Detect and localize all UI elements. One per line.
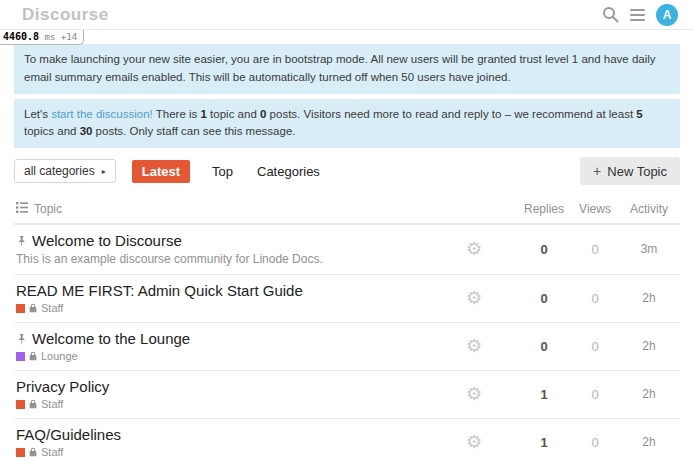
topic-cell: Welcome to the Lounge Lounge <box>14 330 432 362</box>
lock-icon <box>29 351 37 361</box>
topic-list-icon <box>16 202 28 216</box>
topic-row: Welcome to Discourse This is an example … <box>14 225 680 275</box>
activity-time: 2h <box>618 291 680 305</box>
replies-count: 0 <box>516 339 572 354</box>
topic-title[interactable]: Welcome to the Lounge <box>32 330 190 347</box>
category-color-swatch <box>16 400 25 409</box>
topic-cell: READ ME FIRST: Admin Quick Start Guide S… <box>14 282 432 314</box>
activity-time: 3m <box>618 242 680 256</box>
topic-row: Welcome to the Lounge Lounge ⚙ 0 0 2h <box>14 323 680 371</box>
topic-filter-bar: all categories ▸ Latest Top Categories +… <box>14 157 680 185</box>
topic-tabs: Latest Top Categories <box>132 160 322 183</box>
tab-categories[interactable]: Categories <box>255 160 322 183</box>
caret-right-icon: ▸ <box>102 167 106 176</box>
topbar-actions: A <box>602 4 678 26</box>
banner-text: topics and <box>24 125 80 137</box>
new-topic-button[interactable]: + New Topic <box>580 157 680 185</box>
start-discussion-link[interactable]: start the discussion! <box>51 108 153 120</box>
category-name: Lounge <box>41 350 78 362</box>
start-discussion-banner: Let's start the discussion! There is 1 t… <box>14 99 680 149</box>
topic-cell: FAQ/Guidelines Staff <box>14 426 432 458</box>
category-color-swatch <box>16 304 25 313</box>
column-header-replies[interactable]: Replies <box>516 202 572 216</box>
banner-text: posts. Only staff can see this message. <box>92 125 295 137</box>
poster-gear-icon[interactable]: ⚙ <box>432 383 516 405</box>
category-name: Staff <box>41 398 63 410</box>
recommended-posts: 30 <box>80 125 93 137</box>
category-dropdown[interactable]: all categories ▸ <box>14 159 116 183</box>
banner-text: posts. Visitors need more to read and re… <box>266 108 636 120</box>
hamburger-menu-icon[interactable] <box>630 9 645 21</box>
category-badge[interactable]: Lounge <box>16 350 432 362</box>
top-navigation-bar: Discourse A <box>0 0 694 30</box>
plus-icon: + <box>593 163 601 179</box>
poster-gear-icon[interactable]: ⚙ <box>432 431 516 453</box>
lock-icon <box>29 303 37 313</box>
topic-title[interactable]: Privacy Policy <box>16 378 109 395</box>
pushpin-icon[interactable] <box>16 235 27 247</box>
activity-time: 2h <box>618 339 680 353</box>
poster-gear-icon[interactable]: ⚙ <box>432 335 516 357</box>
search-icon[interactable] <box>602 6 619 23</box>
profiler-timing-badge[interactable]: 4460.8 ms +14 <box>0 30 84 45</box>
activity-time: 2h <box>618 435 680 449</box>
topic-cell: Welcome to Discourse This is an example … <box>14 232 432 266</box>
topic-row: READ ME FIRST: Admin Quick Start Guide S… <box>14 275 680 323</box>
banner-text: There is <box>153 108 201 120</box>
topic-title[interactable]: FAQ/Guidelines <box>16 426 121 443</box>
bootstrap-mode-text: To make launching your new site easier, … <box>24 53 656 83</box>
topic-row: Privacy Policy Staff ⚙ 1 0 2h <box>14 371 680 419</box>
profiler-unit: ms <box>45 32 56 42</box>
topic-title[interactable]: READ ME FIRST: Admin Quick Start Guide <box>16 282 303 299</box>
replies-count: 1 <box>516 435 572 450</box>
recommended-topics: 5 <box>636 108 642 120</box>
banner-text: topic and <box>207 108 260 120</box>
new-topic-label: New Topic <box>607 164 667 179</box>
tab-latest[interactable]: Latest <box>132 160 190 183</box>
tab-top[interactable]: Top <box>210 160 235 183</box>
category-badge[interactable]: Staff <box>16 398 432 410</box>
replies-count: 0 <box>516 242 572 257</box>
user-avatar[interactable]: A <box>656 4 678 26</box>
views-count: 0 <box>572 242 618 257</box>
column-header-activity[interactable]: Activity <box>618 202 680 216</box>
category-name: Staff <box>41 446 63 458</box>
replies-count: 1 <box>516 387 572 402</box>
main-content: To make launching your new site easier, … <box>14 44 680 460</box>
discourse-logo[interactable]: Discourse <box>22 5 109 25</box>
category-color-swatch <box>16 448 25 457</box>
bootstrap-mode-banner: To make launching your new site easier, … <box>14 44 680 94</box>
poster-gear-icon[interactable]: ⚙ <box>432 238 516 260</box>
views-count: 0 <box>572 387 618 402</box>
topic-list: Welcome to Discourse This is an example … <box>14 225 680 460</box>
lock-icon <box>29 399 37 409</box>
category-color-swatch <box>16 352 25 361</box>
poster-gear-icon[interactable]: ⚙ <box>432 287 516 309</box>
banner-text: Let's <box>24 108 51 120</box>
views-count: 0 <box>572 435 618 450</box>
activity-time: 2h <box>618 387 680 401</box>
topic-title[interactable]: Welcome to Discourse <box>32 232 182 249</box>
column-header-views[interactable]: Views <box>572 202 618 216</box>
column-header-topic[interactable]: Topic <box>34 202 62 216</box>
category-dropdown-label: all categories <box>24 164 95 178</box>
profiler-count: +14 <box>61 32 77 42</box>
topic-cell: Privacy Policy Staff <box>14 378 432 410</box>
replies-count: 0 <box>516 291 572 306</box>
lock-icon <box>29 447 37 457</box>
topic-table-header: Topic Replies Views Activity <box>14 196 680 225</box>
profiler-time: 4460.8 <box>3 31 39 42</box>
category-name: Staff <box>41 302 63 314</box>
category-badge[interactable]: Staff <box>16 446 432 458</box>
pushpin-icon[interactable] <box>16 333 27 345</box>
topic-row: FAQ/Guidelines Staff ⚙ 1 0 2h <box>14 419 680 460</box>
topic-excerpt: This is an example discourse community f… <box>16 252 432 266</box>
views-count: 0 <box>572 339 618 354</box>
category-badge[interactable]: Staff <box>16 302 432 314</box>
views-count: 0 <box>572 291 618 306</box>
